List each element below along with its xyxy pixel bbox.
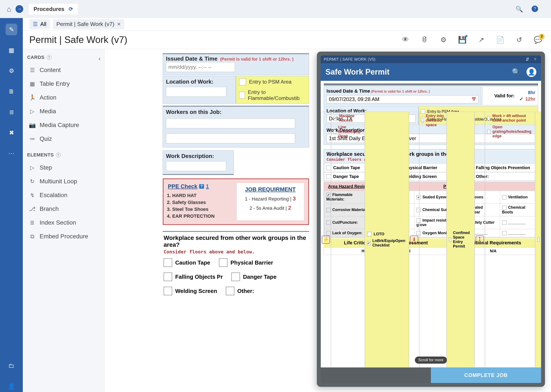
dv-life-item[interactable]: Open grating/holes/leading edge <box>487 125 533 138</box>
device-content[interactable]: Issued Date & Time (Permit is valid for … <box>321 81 541 367</box>
palette-item-multiunit-loop[interactable]: ↻Multiunit Loop <box>27 175 100 188</box>
worker-input-2[interactable] <box>166 133 295 143</box>
help-icon[interactable]: ? <box>56 153 61 157</box>
forward-icon[interactable]: → <box>15 5 23 13</box>
worker-input-1[interactable] <box>166 119 295 128</box>
loc-opt-flammable[interactable]: Entry to Flammable/Combustib <box>239 89 306 101</box>
palette-item-table-entry[interactable]: ▦Table Entry <box>27 77 100 91</box>
ppe-item: Steel Toe Shoes <box>172 207 232 212</box>
palette-item-quiz[interactable]: ≔Quiz <box>27 132 100 146</box>
content-icon: ☰ <box>29 67 36 73</box>
dv-valid: Valid for: 8hr ✓12hr <box>482 86 538 105</box>
palette-item-branch[interactable]: ⎇Branch <box>27 202 100 216</box>
dv-issued-hint: (Permit is valid for 1 shift or 12hrs. ) <box>371 90 430 93</box>
nav-edit-icon[interactable]: ✎ <box>6 24 17 35</box>
avatar-icon[interactable]: 👤 <box>526 67 536 77</box>
nav-grid-icon[interactable]: ▦ <box>6 44 17 56</box>
dv-life-item[interactable]: Entry into confined space <box>422 114 444 127</box>
tab-document-label: Permit | Safe Work (v7) <box>56 21 114 28</box>
secure-opt[interactable]: Other: <box>226 287 254 295</box>
dv-life-req[interactable]: Working at Heights Permit <box>537 231 541 249</box>
location-label: Location of Work: <box>166 78 233 85</box>
secure-opt[interactable]: Physical Barrier <box>219 258 273 267</box>
palette-item-escalation[interactable]: ↯Escalation <box>27 188 100 202</box>
escalation-icon: ↯ <box>29 192 36 199</box>
dv-valid-12hr[interactable]: ✓12hr <box>519 96 535 102</box>
dv-life-item[interactable]: ✓Machine Access <box>334 114 362 123</box>
database-icon[interactable]: 🛢 <box>420 35 429 44</box>
nav-sliders-icon[interactable]: ⚙ <box>6 65 17 77</box>
search-icon[interactable]: 🔍 <box>515 6 523 13</box>
location-input[interactable] <box>166 87 226 97</box>
hazard-symbol-icon: ⬇ <box>409 112 419 367</box>
history-icon[interactable]: ↺ <box>515 35 523 44</box>
nav-folder-icon[interactable]: 🗀 <box>6 360 17 371</box>
tab-document[interactable]: Permit | Safe Work (v7) ✕ <box>53 19 124 29</box>
list-icon: ☰ <box>33 21 38 28</box>
ppe-block[interactable]: PPE Check ? 1 HARD HAT Safety Glasses St… <box>163 178 309 225</box>
step-icon: ▷ <box>29 164 36 171</box>
pdf-icon[interactable]: 📄 <box>496 35 505 44</box>
dv-life-item[interactable]: Work > 4ft without fixed anchor point <box>487 114 533 123</box>
close-icon[interactable]: ✕ <box>117 21 121 27</box>
home-icon[interactable]: ⌂ <box>4 4 14 14</box>
calendar-icon[interactable]: 📅 <box>471 97 476 102</box>
refresh-icon[interactable]: ⟳ <box>69 6 73 12</box>
secure-opt[interactable]: Welding Screen <box>164 287 217 295</box>
page-title: Permit | Safe Work (v7) <box>29 34 127 45</box>
dv-issued-input[interactable]: 09/07/2023, 09:28 AM📅 <box>326 95 478 103</box>
issued-input[interactable] <box>166 62 235 72</box>
palette-item-media[interactable]: ▷Media <box>27 105 100 118</box>
dv-issued: Issued Date & Time (Permit is valid for … <box>324 86 481 105</box>
nav-report-icon[interactable]: 🗎 <box>6 85 17 97</box>
device-caption-bar: PERMIT | SAFE WORK (V5) ⇵ᯤ <box>321 56 541 63</box>
title-row: Permit | Safe Work (v7) 👁 🛢 ⚙ 💾 ↗ 📄 ↺ 💬2 <box>23 30 551 49</box>
nav-tools-icon[interactable]: ✖ <box>6 127 17 138</box>
dv-life-req[interactable]: LOTO <box>367 232 406 236</box>
palette-item-step[interactable]: ▷Step <box>27 161 100 175</box>
palette-item-embed-procedure[interactable]: ⧉Embed Procedure <box>27 230 100 243</box>
palette-item-index-section[interactable]: ≣Index Section <box>27 216 100 230</box>
secure-opt[interactable]: Falling Objects Pr <box>164 273 223 281</box>
desc-input[interactable] <box>166 161 226 171</box>
secure-opt[interactable]: Danger Tape <box>231 273 276 281</box>
ppe-item: EAR PROTECTION <box>172 213 232 219</box>
help-icon[interactable]: ? <box>532 6 538 12</box>
secure-block[interactable]: Workplace secured from other work groups… <box>163 231 309 298</box>
dv-valid-8hr[interactable]: 8hr <box>519 90 535 95</box>
gear-icon[interactable]: ⚙ <box>439 35 448 44</box>
nav-more-icon[interactable]: ⋯ <box>6 147 17 159</box>
help-icon[interactable]: ? <box>47 55 51 60</box>
palette-item-media-capture[interactable]: 📷Media Capture <box>27 118 100 132</box>
secure-note: Consider floors above and below. <box>164 249 308 254</box>
palette-item-action[interactable]: 🏃Action <box>27 91 100 105</box>
nav-user-icon[interactable]: 👤 <box>6 380 17 392</box>
complete-job-button[interactable]: COMPLETE JOB <box>431 367 541 383</box>
desc-block[interactable]: Work Description: <box>163 150 234 175</box>
palette-item-content[interactable]: ☰Content <box>27 63 100 77</box>
signal-icon: ⇵ <box>526 57 529 62</box>
collapse-icon[interactable]: ‹ <box>99 56 101 62</box>
save-icon[interactable]: 💾 <box>458 35 467 44</box>
open-external-icon[interactable]: ↗ <box>477 35 486 44</box>
secure-opt[interactable]: Caution Tape <box>164 258 210 267</box>
dv-life-item[interactable]: Line Break/Equip Open <box>334 125 362 138</box>
palette-cards-header: CARDS ? <box>27 55 100 60</box>
ppe-badge: ? <box>199 184 204 189</box>
dv-life-req[interactable]: ✓LnBrk/EquipOpen Checklist <box>367 238 406 248</box>
breadcrumb[interactable]: Procedures ⟳ <box>29 4 78 15</box>
comments-icon[interactable]: 💬2 <box>534 35 542 44</box>
issued-block[interactable]: Issued Date & Time (Permit is valid for … <box>163 53 309 75</box>
wifi-icon: ᯤ <box>534 57 538 62</box>
hazard-symbol-icon: ⚡ <box>321 112 331 367</box>
preview-icon[interactable]: 👁 <box>401 35 410 44</box>
search-icon[interactable]: 🔍 <box>512 68 521 76</box>
loc-opt-psm[interactable]: Entry to PSM Area <box>239 78 306 85</box>
job-req-line: 1 - Hazard Reporting |3 <box>240 195 300 202</box>
device-footer: COMPLETE JOB <box>321 367 541 383</box>
nav-bars-icon[interactable]: ≣ <box>6 106 17 118</box>
location-block[interactable]: Location of Work: Entry to PSM Area Entr… <box>163 76 309 104</box>
tab-all[interactable]: ☰ All <box>29 19 50 29</box>
dv-life-req[interactable]: Confined Space Entry Permit <box>449 231 472 249</box>
workers-block[interactable]: Workers on this Job: <box>163 106 309 147</box>
